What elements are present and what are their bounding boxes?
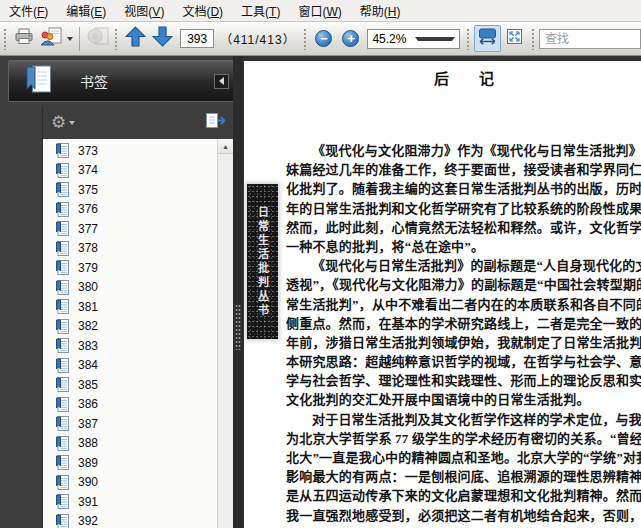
panel-splitter[interactable] xyxy=(233,56,243,528)
main-area: 书签 ⚙ xyxy=(0,56,641,528)
bookmark-label: 386 xyxy=(78,397,98,411)
bookmark-page-icon xyxy=(56,280,69,295)
bookmarks-panel: 书签 ⚙ xyxy=(0,56,243,528)
document-area[interactable]: 后 记 日常生活批判丛书 《现代化与文化阻滞力》作为《现代化与日常生活批判》的姊… xyxy=(243,56,641,528)
bookmark-item[interactable]: 379 xyxy=(43,258,217,278)
menu-document[interactable]: 文档(D) xyxy=(173,0,232,22)
bookmark-page-icon xyxy=(56,514,69,528)
document-text-line: 然而，此时此刻，心情竟然无法轻松和释然。或许，文化哲学作为 xyxy=(286,217,641,236)
bookmark-item[interactable]: 387 xyxy=(43,414,217,434)
bookmark-label: 377 xyxy=(78,222,98,236)
splitter-grip[interactable] xyxy=(235,304,241,350)
toolbar-grip[interactable] xyxy=(114,28,119,50)
bookmark-page-icon xyxy=(56,182,69,197)
bookmark-page-icon xyxy=(56,397,69,412)
bookmark-item[interactable]: 384 xyxy=(43,356,217,376)
bookmarks-options-bar: ⚙ xyxy=(43,106,233,139)
bookmark-label: 381 xyxy=(78,300,98,314)
zoom-in-icon: + xyxy=(342,30,359,47)
previous-page-button[interactable] xyxy=(122,25,149,52)
bookmark-item[interactable]: 381 xyxy=(43,297,217,317)
next-page-button[interactable] xyxy=(149,25,176,52)
document-text-line: 本研究思路：超越纯粹意识哲学的视域，在哲学与社会学、意识哲 xyxy=(286,351,641,370)
bookmark-page-icon xyxy=(56,143,69,158)
menubar: 文件(F)编辑(E)视图(V)文档(D)工具(T)窗口(W)帮助(H) xyxy=(0,0,641,22)
document-text-line: 《现代化与文化阻滞力》作为《现代化与日常生活批判》的姊 xyxy=(286,140,641,159)
document-text-line: 透视”，《现代化与文化阻滞力》的副标题是“中国社会转型期的日 xyxy=(286,274,641,293)
chevron-down-icon xyxy=(69,121,75,125)
zoom-out-button[interactable]: − xyxy=(310,25,337,52)
fit-page-button[interactable] xyxy=(501,25,528,52)
bookmark-item[interactable]: 392 xyxy=(43,512,217,528)
toolbar-grip[interactable] xyxy=(303,28,308,50)
bookmark-label: 383 xyxy=(78,339,98,353)
bookmark-item[interactable]: 378 xyxy=(43,239,217,259)
bookmark-page-icon xyxy=(56,455,69,470)
menu-help[interactable]: 帮助(H) xyxy=(351,0,410,22)
bookmark-item[interactable]: 380 xyxy=(43,278,217,298)
chevron-left-icon xyxy=(219,77,224,85)
next-page-icon xyxy=(152,26,173,51)
toolbar: （411/413） − + 45.2% xyxy=(0,22,641,56)
expand-current-bookmark-button[interactable] xyxy=(205,112,225,133)
bookmark-item[interactable]: 375 xyxy=(43,180,217,200)
menu-file[interactable]: 文件(F) xyxy=(0,0,57,22)
share-review-button[interactable] xyxy=(38,25,76,52)
bookmark-page-icon xyxy=(56,377,69,392)
toolbar-grip[interactable] xyxy=(531,28,536,50)
zoom-out-icon: − xyxy=(315,30,332,47)
document-text-line: 影响最大的有两点：一是刨根问底、追根溯源的理性思辨精神，一 xyxy=(286,466,641,485)
scroll-up-button[interactable]: ▲ xyxy=(218,139,233,154)
bookmark-item[interactable]: 383 xyxy=(43,336,217,356)
print-button[interactable] xyxy=(11,25,38,52)
bookmark-page-icon xyxy=(56,241,69,256)
document-text-line: 一种不息的批判，将“总在途中”。 xyxy=(286,236,641,255)
bookmark-page-icon xyxy=(56,319,69,334)
menu-view[interactable]: 视图(V) xyxy=(115,0,173,22)
toolbar-grip[interactable] xyxy=(466,28,471,50)
bookmark-item[interactable]: 388 xyxy=(43,434,217,454)
bookmark-item[interactable]: 373 xyxy=(43,141,217,161)
fit-width-icon xyxy=(478,28,497,49)
bookmark-page-icon xyxy=(56,221,69,236)
zoom-in-button[interactable]: + xyxy=(337,25,364,52)
bookmark-item[interactable]: 376 xyxy=(43,200,217,220)
bookmark-label: 388 xyxy=(78,436,98,450)
document-text-line: 年的日常生活批判和文化哲学研究有了比较系统的阶段性成果。 xyxy=(286,198,641,217)
bookmark-label: 392 xyxy=(78,514,98,528)
collapse-panel-button[interactable] xyxy=(214,74,229,89)
page-number-input[interactable] xyxy=(180,29,214,48)
chevron-down-icon xyxy=(67,37,73,41)
bookmarks-panel-header[interactable]: 书签 xyxy=(8,60,236,102)
toolbar-grip[interactable] xyxy=(3,28,8,50)
bookmark-item[interactable]: 389 xyxy=(43,453,217,473)
menu-tools[interactable]: 工具(T) xyxy=(232,0,289,22)
document-text-line: 我一直强烈地感受到，必须把这二者有机地结合起来，否则，我们 xyxy=(286,505,641,524)
zoom-level-select[interactable]: 45.2% xyxy=(367,29,460,49)
find-input[interactable] xyxy=(539,29,641,49)
bookmark-page-icon xyxy=(56,163,69,178)
menu-edit[interactable]: 编辑(E) xyxy=(57,0,115,22)
bookmark-page-icon xyxy=(56,338,69,353)
options-menu-button[interactable]: ⚙ xyxy=(51,114,75,131)
bookmarks-scrollbar[interactable]: ▲ xyxy=(217,139,233,528)
bookmark-item[interactable]: 382 xyxy=(43,317,217,337)
book-spine-scan: 日常生活批判丛书 xyxy=(247,184,278,339)
bookmark-item[interactable]: 390 xyxy=(43,473,217,493)
book-spine-text: 日常生活批判丛书 xyxy=(255,206,271,318)
bookmark-item[interactable]: 377 xyxy=(43,219,217,239)
bookmark-page-icon xyxy=(56,494,69,509)
bookmark-page-icon xyxy=(56,358,69,373)
bookmark-item[interactable]: 374 xyxy=(43,161,217,181)
document-page: 后 记 日常生活批判丛书 《现代化与文化阻滞力》作为《现代化与日常生活批判》的姊… xyxy=(244,61,641,528)
bookmark-item[interactable]: 391 xyxy=(43,492,217,512)
bookmarks-list: 373 374 375 xyxy=(43,139,217,528)
bookmark-page-icon xyxy=(56,475,69,490)
bookmark-item[interactable]: 386 xyxy=(43,395,217,415)
bookmark-label: 375 xyxy=(78,183,98,197)
menu-window[interactable]: 窗口(W) xyxy=(289,0,350,22)
toolbar-separator xyxy=(79,27,80,51)
fit-width-button[interactable] xyxy=(474,25,501,52)
bookmark-item[interactable]: 385 xyxy=(43,375,217,395)
bookmark-label: 391 xyxy=(78,495,98,509)
